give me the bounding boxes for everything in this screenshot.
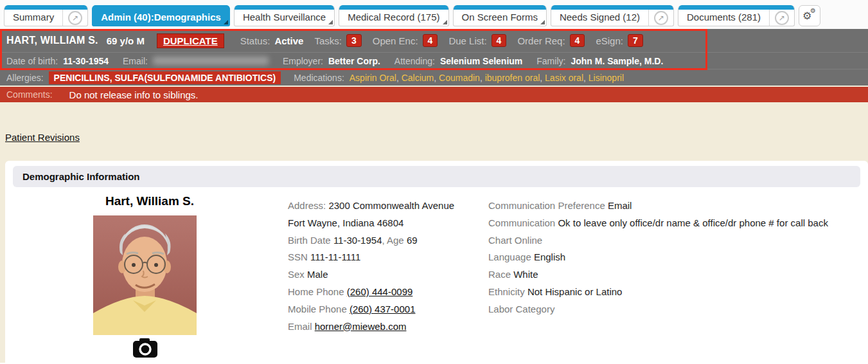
due-list-count-badge[interactable]: 4: [492, 34, 507, 47]
field-value: Fort Wayne, Indiana 46804: [288, 217, 403, 228]
medication-separator: ,: [540, 73, 545, 83]
due-list-label: Due List:: [448, 35, 486, 46]
medication-separator: ,: [480, 73, 485, 83]
patient-age-sex: 69 y/o M: [107, 35, 145, 46]
tab-label: Documents (281): [678, 5, 769, 26]
comments-value: Do not release info to siblings.: [69, 89, 199, 100]
attending-label: Attending:: [394, 56, 435, 66]
tab-label: On Screen Forms: [454, 5, 546, 26]
open-enc-count-badge[interactable]: 4: [423, 34, 438, 47]
medication-link[interactable]: Lasix oral: [545, 73, 583, 83]
medication-separator: ,: [434, 73, 439, 83]
field-label: Sex: [288, 269, 305, 280]
field-row: Communication Ok to leave only office/dr…: [488, 215, 868, 232]
field-link[interactable]: (260) 437-0001: [350, 304, 416, 314]
tab-health-surveillance[interactable]: Health Surveillance: [234, 5, 335, 26]
tab-summary[interactable]: Summary↗: [4, 5, 88, 26]
tab-label: Summary: [4, 5, 62, 26]
popout-arrow-icon[interactable]: ↗: [654, 11, 668, 25]
popout-arrow-icon[interactable]: ↗: [775, 11, 789, 25]
medication-link[interactable]: ibuprofen oral: [485, 73, 540, 83]
attending-value: Selenium Selenium: [440, 56, 522, 66]
camera-icon[interactable]: [133, 338, 157, 358]
field-label: Communication: [488, 217, 555, 228]
order-req-label: Order Req:: [517, 35, 565, 46]
field-link[interactable]: horner@mieweb.com: [315, 321, 407, 332]
patient-banner-row2: Date of birth: 11-30-1954 Email: Employe…: [0, 52, 868, 69]
tab-bar: Summary↗Admin (40):DemographicsHealth Su…: [0, 0, 868, 29]
field-value: 69: [407, 235, 418, 246]
demographics-card: Demographic Information Hart, William S.: [5, 161, 868, 364]
duplicate-badge[interactable]: DUPLICATE: [157, 33, 224, 48]
field-label: Mobile Phone: [288, 304, 347, 314]
field-label: Address:: [288, 200, 326, 211]
field-value: Male: [307, 269, 328, 280]
field-row: Labor Category: [488, 301, 868, 318]
medication-link[interactable]: Aspirin Oral: [350, 73, 396, 83]
field-label: Race: [488, 269, 511, 280]
medication-separator: ,: [583, 73, 589, 83]
field-label: Language: [488, 251, 531, 262]
medication-link[interactable]: Calcium: [402, 73, 434, 83]
dropdown-fold-icon: [224, 20, 228, 24]
patient-name-header: HART, WILLIAM S.: [6, 35, 98, 46]
field-link[interactable]: (260) 444-0099: [347, 286, 413, 297]
field-value: Not Hispanic or Latino: [527, 286, 623, 297]
tab-on-screen-forms[interactable]: On Screen Forms: [453, 5, 547, 26]
field-value: 2300 Commonwealth Avenue: [328, 200, 454, 211]
field-label: Email: [288, 321, 312, 332]
tasks-label: Tasks:: [314, 35, 342, 46]
tab-documents[interactable]: Documents (281)↗: [678, 5, 795, 26]
dob-value: 11-30-1954: [63, 56, 109, 66]
open-enc-label: Open Enc:: [373, 35, 418, 46]
field-label: Chart Online: [488, 235, 542, 246]
tasks-count-badge[interactable]: 3: [346, 34, 362, 47]
dropdown-fold-icon: [540, 20, 545, 24]
field-value: 11-30-1954: [333, 235, 382, 246]
esign-label: eSign:: [596, 35, 623, 46]
field-label: Ethnicity: [488, 286, 525, 297]
field-row: Address: 2300 Commonwealth Avenue: [288, 197, 487, 215]
field-label: , Age: [382, 235, 404, 246]
patient-display-name: Hart, William S.: [53, 194, 246, 208]
field-row: Home Phone (260) 444-0099: [288, 284, 487, 301]
employer-value: Better Corp.: [328, 56, 380, 66]
field-value: White: [513, 269, 538, 280]
chart-settings-button[interactable]: ⚙ ⚙: [799, 5, 820, 26]
esign-count-badge[interactable]: 7: [628, 34, 643, 47]
tab-needs-signed[interactable]: Needs Signed (12)↗: [551, 5, 674, 26]
popout-arrow-icon[interactable]: ↗: [68, 11, 82, 25]
medication-link[interactable]: Lisinopril: [589, 73, 624, 83]
tab-label: Medical Record (175): [339, 5, 448, 26]
medication-link[interactable]: Coumadin: [439, 73, 480, 83]
medication-separator: ,: [396, 73, 402, 83]
patient-banner-row3: Allergies: PENICILLINS, SULFA(SULFONAMID…: [0, 69, 868, 86]
family-value: John M. Sample, M.D.: [571, 56, 663, 66]
field-label: Communication Preference: [488, 200, 605, 211]
patient-photo[interactable]: [93, 215, 197, 335]
tab-medical-record[interactable]: Medical Record (175): [339, 5, 448, 26]
field-row: Mobile Phone (260) 437-0001: [288, 301, 487, 318]
field-row: SSN 111-11-1111: [288, 249, 487, 266]
field-row: Fort Wayne, Indiana 46804: [288, 215, 487, 232]
patient-revisions-link[interactable]: Patient Revisions: [5, 132, 80, 143]
email-value-redacted: [153, 57, 269, 65]
patient-banner-row1: HART, WILLIAM S. 69 y/o M DUPLICATE Stat…: [0, 29, 868, 52]
order-req-count-badge[interactable]: 4: [570, 34, 585, 47]
dropdown-fold-icon: [443, 20, 447, 24]
gear-small-icon: ⚙: [810, 7, 816, 14]
tab-admin-demographics[interactable]: Admin (40):Demographics: [92, 5, 230, 26]
family-label: Family:: [536, 56, 565, 66]
field-value: Email: [608, 200, 632, 211]
tab-label: Health Surveillance: [235, 5, 334, 26]
comments-label: Comments:: [6, 89, 53, 100]
email-label: Email:: [123, 56, 148, 66]
field-label: Labor Category: [488, 304, 554, 314]
field-row: Sex Male: [288, 266, 487, 284]
tab-label: Needs Signed (12): [551, 5, 648, 26]
field-row: Race White: [488, 266, 868, 284]
status-label: Status:: [240, 35, 270, 46]
allergies-badge[interactable]: PENICILLINS, SULFA(SULFONAMIDE ANTIBIOTI…: [49, 71, 281, 84]
demographics-right-column: Communication Preference EmailCommunicat…: [488, 197, 868, 318]
medications-list: Aspirin Oral, Calcium, Coumadin, ibuprof…: [350, 73, 624, 83]
